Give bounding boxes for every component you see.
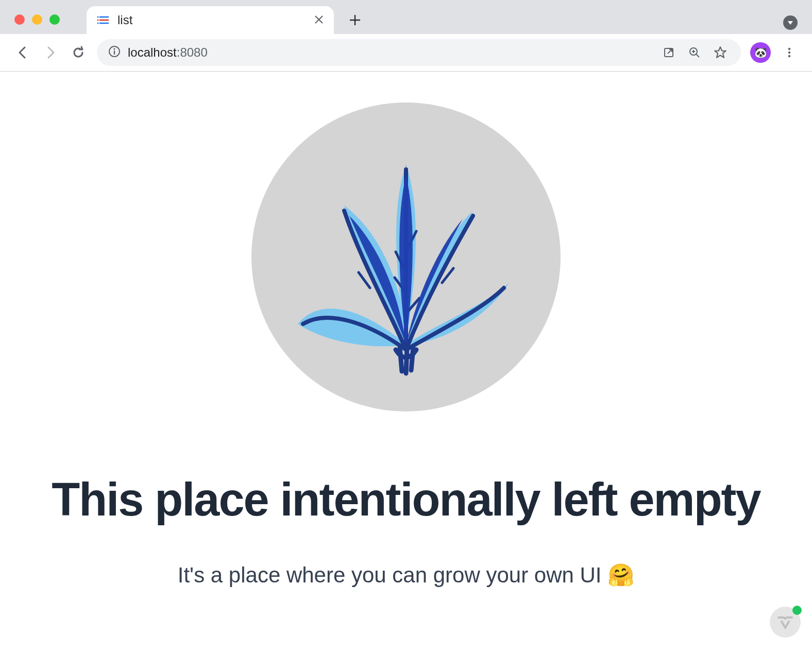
browser-tab[interactable]: list — [87, 6, 334, 34]
tab-close-button[interactable] — [314, 13, 324, 27]
empty-state-subline: It's a place where you can grow your own… — [178, 562, 634, 588]
back-button[interactable] — [13, 43, 32, 62]
svg-line-16 — [696, 54, 699, 57]
window-close-button[interactable] — [14, 14, 25, 25]
url-port: :8080 — [177, 45, 208, 59]
empty-state-headline: This place intentionally left empty — [52, 473, 760, 526]
svg-point-21 — [788, 51, 790, 54]
svg-rect-13 — [114, 50, 115, 55]
avatar-emoji: 🐼 — [754, 46, 767, 59]
svg-marker-10 — [788, 21, 793, 25]
svg-point-22 — [788, 55, 790, 57]
tab-title: list — [117, 13, 307, 27]
svg-point-20 — [788, 48, 790, 50]
browser-toolbar: localhost:8080 🐼 — [0, 34, 812, 71]
tabs-dropdown-button[interactable] — [783, 15, 798, 30]
plant-icon — [267, 118, 545, 396]
browser-chrome: list localhost:8080 — [0, 0, 812, 72]
svg-marker-19 — [715, 47, 726, 58]
svg-point-4 — [97, 19, 99, 21]
page-content: This place intentionally left empty It's… — [0, 72, 812, 588]
list-icon — [97, 13, 110, 27]
site-info-icon[interactable] — [108, 45, 121, 60]
window-minimize-button[interactable] — [32, 14, 42, 25]
window-maximize-button[interactable] — [49, 14, 60, 25]
svg-point-5 — [97, 22, 99, 24]
vaadin-logo-icon — [776, 613, 794, 631]
window-controls — [14, 14, 60, 25]
dev-tools-badge[interactable] — [770, 607, 801, 638]
profile-avatar[interactable]: 🐼 — [750, 42, 771, 63]
empty-state-illustration — [251, 102, 561, 411]
url-text: localhost:8080 — [128, 45, 208, 60]
url-host: localhost — [128, 45, 177, 59]
svg-point-12 — [113, 48, 115, 49]
address-bar[interactable]: localhost:8080 — [97, 39, 741, 66]
bookmark-icon[interactable] — [711, 43, 730, 62]
forward-button[interactable] — [41, 43, 60, 62]
svg-point-3 — [97, 16, 99, 18]
tab-strip: list — [0, 0, 812, 34]
zoom-icon[interactable] — [685, 43, 704, 62]
new-tab-button[interactable] — [344, 9, 366, 31]
reload-button[interactable] — [69, 43, 88, 62]
browser-menu-button[interactable] — [780, 43, 799, 62]
open-external-icon[interactable] — [659, 43, 678, 62]
